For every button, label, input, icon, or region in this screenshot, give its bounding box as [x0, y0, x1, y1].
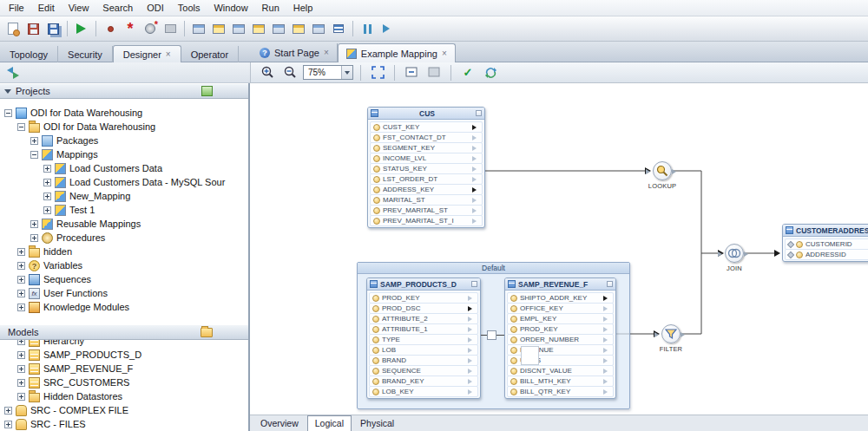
output-arrow-icon[interactable]	[603, 317, 610, 322]
tree-item-packages[interactable]: Packages	[0, 134, 248, 147]
relayout-icon[interactable]	[481, 63, 500, 82]
output-arrow-icon[interactable]	[603, 358, 610, 363]
menu-window[interactable]: Window	[207, 1, 254, 15]
chevron-down-icon[interactable]	[341, 66, 352, 79]
collapse-icon[interactable]	[471, 281, 477, 287]
fit-to-window-icon[interactable]	[368, 63, 387, 82]
tree-item-reusable-mappings[interactable]: Reusable Mappings	[0, 217, 248, 231]
output-arrow-icon[interactable]	[468, 327, 475, 332]
output-arrow-icon[interactable]	[603, 306, 610, 311]
menu-tools[interactable]: Tools	[171, 1, 207, 15]
tab-topology[interactable]: Topology	[0, 46, 58, 62]
save-all-icon[interactable]	[43, 19, 62, 38]
output-arrow-icon[interactable]	[468, 337, 475, 343]
expand-icon[interactable]	[43, 193, 51, 200]
tree-item-sequences[interactable]: Sequences	[0, 272, 248, 286]
menu-file[interactable]: File	[2, 1, 31, 15]
output-arrow-icon[interactable]	[472, 146, 479, 151]
output-arrow-icon[interactable]	[603, 327, 610, 332]
close-icon[interactable]: ×	[324, 49, 329, 57]
expand-icon[interactable]	[4, 109, 12, 117]
expand-icon[interactable]	[17, 304, 25, 311]
menu-help[interactable]: Help	[286, 1, 320, 15]
debug-icon[interactable]: *	[121, 19, 140, 38]
save-icon[interactable]	[23, 19, 43, 38]
tree-item-procedures[interactable]: Procedures	[0, 231, 248, 245]
tab-physical[interactable]: Physical	[352, 415, 402, 431]
output-arrow-icon[interactable]	[603, 296, 610, 301]
tree-item-test-1[interactable]: Test 1	[0, 203, 248, 217]
output-arrow-icon[interactable]	[468, 296, 475, 301]
close-icon[interactable]: ×	[166, 50, 171, 59]
output-arrow-icon[interactable]	[472, 156, 479, 161]
menu-odi[interactable]: ODI	[140, 1, 171, 15]
table-header[interactable]: CUS	[368, 108, 484, 120]
tab-start-page[interactable]: ? Start Page ×	[252, 43, 338, 62]
expand-icon[interactable]	[43, 165, 51, 173]
output-arrow-icon[interactable]	[472, 219, 479, 224]
resume-icon[interactable]	[378, 19, 397, 38]
output-arrow-icon[interactable]	[472, 177, 479, 182]
output-arrow-icon[interactable]	[472, 135, 479, 140]
close-icon[interactable]: ×	[442, 49, 447, 58]
tree-item-hidden[interactable]: hidden	[0, 245, 248, 258]
expand-icon[interactable]	[30, 220, 38, 228]
tab-example-mapping[interactable]: Example Mapping ×	[338, 43, 456, 62]
menu-view[interactable]: View	[62, 1, 96, 15]
output-arrow-icon[interactable]	[472, 208, 479, 213]
tree-item-load-customers-data[interactable]: Load Customers Data	[0, 161, 248, 175]
models-folder-icon[interactable]	[201, 328, 213, 337]
table-header[interactable]: CUSTOMERADDRESSR	[783, 225, 868, 237]
debug-settings-icon[interactable]	[141, 19, 160, 38]
join-operator[interactable]: JOIN	[713, 244, 755, 272]
window-layout-icon-4[interactable]	[249, 19, 268, 38]
expand-icon[interactable]	[17, 123, 25, 131]
expand-all-icon[interactable]	[424, 63, 444, 82]
tree-item-knowledge-modules[interactable]: Knowledge Modules	[0, 300, 248, 314]
expand-icon[interactable]	[17, 365, 25, 373]
table-node-samp-products-d[interactable]: SAMP_PRODUCTS_D PROD_KEY PROD_DSC ATTRIB…	[366, 278, 481, 399]
filter-operator[interactable]: FILTER	[650, 324, 692, 353]
models-panel-header[interactable]: Models	[0, 324, 248, 340]
breakpoint-icon[interactable]	[101, 19, 120, 38]
output-arrow-icon[interactable]	[468, 317, 475, 322]
projects-panel-header[interactable]: Projects	[0, 83, 248, 99]
expand-icon[interactable]	[4, 407, 12, 415]
column-row[interactable]: BILL_QTR_KEY	[507, 386, 614, 397]
group-header[interactable]: Default	[358, 263, 629, 274]
console-icon[interactable]	[329, 19, 348, 38]
table-header[interactable]: SAMP_REVENUE_F	[505, 278, 615, 291]
zoom-in-icon[interactable]	[258, 63, 277, 82]
column-row[interactable]: PREV_MARITAL_ST_I	[370, 215, 483, 226]
output-arrow-icon[interactable]	[472, 198, 479, 203]
output-arrow-icon[interactable]	[468, 306, 475, 311]
tab-operator[interactable]: Operator	[181, 46, 239, 62]
column-row[interactable]: ADDRESSID	[785, 249, 868, 260]
new-icon[interactable]	[3, 19, 23, 38]
validate-icon[interactable]: ✓	[458, 63, 477, 82]
zoom-out-icon[interactable]	[280, 63, 299, 82]
window-layout-icon-2[interactable]	[209, 19, 228, 38]
expand-icon[interactable]	[17, 262, 25, 270]
tree-item-user-functions[interactable]: User Functions	[0, 286, 248, 300]
zoom-select[interactable]: 75%	[303, 65, 353, 80]
lookup-operator[interactable]: LOOKUP	[641, 161, 683, 190]
collapse-icon[interactable]	[476, 110, 482, 116]
output-arrow-icon[interactable]	[468, 369, 475, 374]
menu-search[interactable]: Search	[95, 1, 140, 15]
expand-icon[interactable]	[17, 276, 25, 284]
pause-icon[interactable]	[358, 19, 377, 38]
tree-item-samp-products-d[interactable]: SAMP_PRODUCTS_D	[0, 348, 248, 362]
output-arrow-icon[interactable]	[603, 389, 610, 395]
output-arrow-icon[interactable]	[603, 337, 610, 343]
join-connector-box[interactable]	[487, 330, 496, 340]
trace-icon[interactable]	[161, 19, 180, 38]
expand-icon[interactable]	[30, 137, 38, 145]
expand-icon[interactable]	[4, 421, 12, 428]
tree-item-project-folder[interactable]: ODI for Data Warehousing	[0, 120, 248, 134]
expand-icon[interactable]	[17, 248, 25, 256]
expand-icon[interactable]	[17, 290, 25, 297]
output-arrow-icon[interactable]	[468, 379, 475, 384]
tree-item-src-customers[interactable]: SRC_CUSTOMERS	[0, 375, 248, 389]
output-arrow-icon[interactable]	[472, 125, 479, 130]
